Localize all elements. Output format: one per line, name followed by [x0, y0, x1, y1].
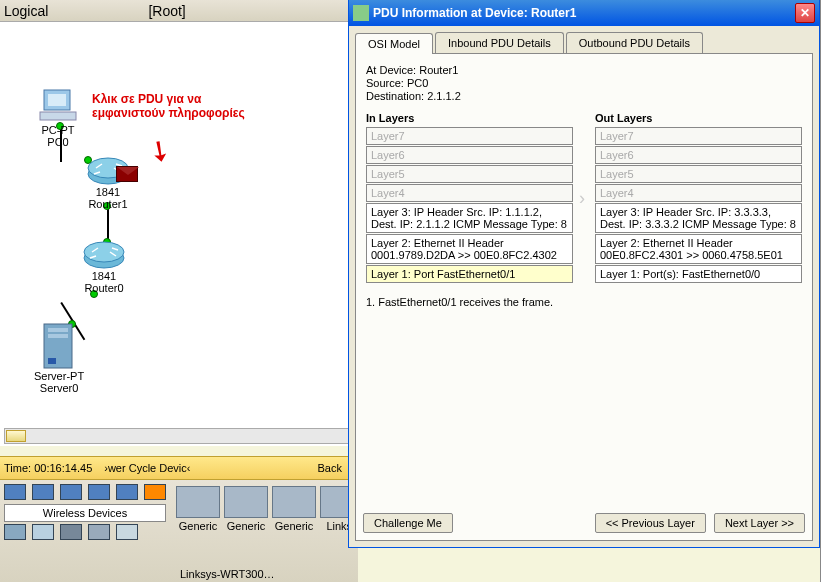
in-layer-2[interactable]: Layer 2: Ethernet II Header 0001.9789.D2…: [366, 234, 573, 264]
device-model-list[interactable]: Generic Generic Generic Linksy: [170, 480, 358, 582]
out-layers-title: Out Layers: [595, 112, 802, 124]
in-layer-1[interactable]: Layer 1: Port FastEthernet0/1: [366, 265, 573, 283]
in-layer-3[interactable]: Layer 3: IP Header Src. IP: 1.1.1.2, Des…: [366, 203, 573, 233]
svg-point-8: [84, 242, 124, 262]
device-router1[interactable]: 1841 Router1: [86, 156, 130, 210]
close-icon: ✕: [800, 6, 810, 20]
svg-rect-4: [40, 112, 76, 120]
selected-device-label: Linksys-WRT300…: [180, 568, 275, 580]
router-icon: [82, 240, 126, 270]
root-breadcrumb[interactable]: [Root]: [148, 3, 185, 19]
layer-direction-arrow-icon: ›: [579, 188, 589, 209]
destination-label: Destination: 2.1.1.2: [366, 90, 802, 102]
pdu-envelope-icon[interactable]: [116, 166, 138, 182]
tab-outbound-pdu[interactable]: Outbound PDU Details: [566, 32, 703, 53]
sim-time-label: Time: 00:16:14.45: [4, 462, 92, 474]
svg-rect-10: [48, 328, 68, 332]
view-mode-label[interactable]: Logical: [4, 3, 48, 19]
pdu-device-info: At Device: Router1 Source: PC0 Destinati…: [366, 64, 802, 102]
device-type-panel: Wireless Devices Generic Generic Generic…: [0, 480, 358, 582]
pc-icon: [38, 88, 78, 124]
category-icon[interactable]: [60, 524, 82, 540]
back-button[interactable]: Back: [318, 462, 342, 474]
server-icon: [42, 322, 76, 370]
device-category-box: Wireless Devices: [0, 480, 170, 582]
category-icon[interactable]: [116, 484, 138, 500]
device-server0[interactable]: Server-PT Server0: [34, 322, 84, 394]
out-layer-6[interactable]: Layer6: [595, 146, 802, 164]
device-name-label: PC0: [38, 136, 78, 148]
in-layer-6[interactable]: Layer6: [366, 146, 573, 164]
tab-inbound-pdu[interactable]: Inbound PDU Details: [435, 32, 564, 53]
device-type-label: 1841: [82, 270, 126, 282]
dialog-title: PDU Information at Device: Router1: [373, 6, 576, 20]
device-name-label: Server0: [34, 382, 84, 394]
topology-canvas[interactable]: PC-PT PC0 1841 Router1 1841 Router0 Serv…: [0, 22, 358, 446]
category-icon[interactable]: [88, 524, 110, 540]
svg-rect-12: [48, 358, 56, 364]
category-connection-icon[interactable]: [144, 484, 166, 500]
in-layers-title: In Layers: [366, 112, 573, 124]
close-button[interactable]: ✕: [795, 3, 815, 23]
device-name-label: Router0: [82, 282, 126, 294]
horizontal-scrollbar[interactable]: [4, 428, 354, 444]
svg-rect-3: [48, 94, 66, 106]
out-layer-4[interactable]: Layer4: [595, 184, 802, 202]
at-device-label: At Device: Router1: [366, 64, 802, 76]
in-layer-4[interactable]: Layer4: [366, 184, 573, 202]
category-icon[interactable]: [116, 524, 138, 540]
category-icon[interactable]: [32, 524, 54, 540]
in-layers-column: In Layers Layer7 Layer6 Layer5 Layer4 La…: [366, 112, 573, 284]
annotation-text: Κλικ σε PDU για να εμφανιστούν πληροφορί…: [92, 92, 245, 120]
app-icon: [353, 5, 369, 21]
category-icon[interactable]: [4, 484, 26, 500]
in-layer-5[interactable]: Layer5: [366, 165, 573, 183]
pdu-info-dialog: PDU Information at Device: Router1 ✕ OSI…: [348, 0, 820, 548]
category-icon[interactable]: [60, 484, 82, 500]
power-cycle-button[interactable]: ›wer Cycle Devic‹: [104, 462, 190, 474]
category-icon[interactable]: [4, 524, 26, 540]
out-layer-3[interactable]: Layer 3: IP Header Src. IP: 3.3.3.3, Des…: [595, 203, 802, 233]
device-model-item[interactable]: Generic: [176, 486, 220, 576]
out-layers-column: Out Layers Layer7 Layer6 Layer5 Layer4 L…: [595, 112, 802, 284]
tab-panel-osi: At Device: Router1 Source: PC0 Destinati…: [355, 53, 813, 541]
scrollbar-thumb[interactable]: [6, 430, 26, 442]
out-layer-7[interactable]: Layer7: [595, 127, 802, 145]
tab-strip: OSI Model Inbound PDU Details Outbound P…: [349, 26, 819, 53]
layer-explanation: 1. FastEthernet0/1 receives the frame.: [366, 296, 802, 308]
tab-osi-model[interactable]: OSI Model: [355, 33, 433, 54]
category-label: Wireless Devices: [4, 504, 166, 522]
previous-layer-button[interactable]: << Previous Layer: [595, 513, 706, 533]
device-type-label: PC-PT: [38, 124, 78, 136]
category-icon[interactable]: [32, 484, 54, 500]
out-layer-1[interactable]: Layer 1: Port(s): FastEthernet0/0: [595, 265, 802, 283]
device-model-item[interactable]: Generic: [272, 486, 316, 576]
out-layer-2[interactable]: Layer 2: Ethernet II Header 00E0.8FC2.43…: [595, 234, 802, 264]
dialog-titlebar[interactable]: PDU Information at Device: Router1 ✕: [349, 0, 819, 26]
category-icon[interactable]: [88, 484, 110, 500]
device-pc0[interactable]: PC-PT PC0: [38, 88, 78, 148]
svg-rect-11: [48, 334, 68, 338]
device-type-label: 1841: [86, 186, 130, 198]
source-label: Source: PC0: [366, 77, 802, 89]
device-type-label: Server-PT: [34, 370, 84, 382]
device-router0[interactable]: 1841 Router0: [82, 240, 126, 294]
out-layer-5[interactable]: Layer5: [595, 165, 802, 183]
annotation-arrow-icon: ➘: [141, 130, 179, 170]
next-layer-button[interactable]: Next Layer >>: [714, 513, 805, 533]
in-layer-7[interactable]: Layer7: [366, 127, 573, 145]
device-name-label: Router1: [86, 198, 130, 210]
device-model-item[interactable]: Generic: [224, 486, 268, 576]
challenge-me-button[interactable]: Challenge Me: [363, 513, 453, 533]
simulation-status-bar: Time: 00:16:14.45 ›wer Cycle Devic‹ Back: [0, 456, 358, 480]
